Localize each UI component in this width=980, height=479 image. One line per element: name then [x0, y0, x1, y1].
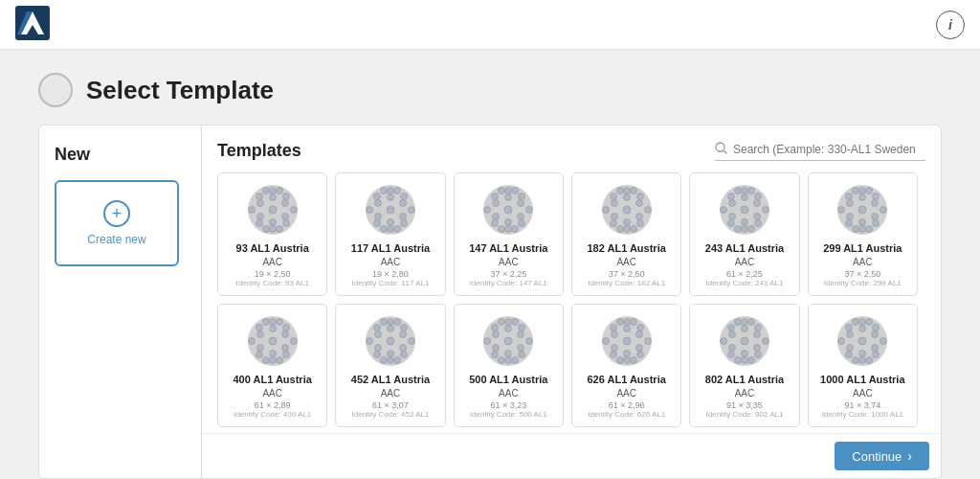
svg-point-29 — [374, 200, 381, 207]
template-type: AAC — [381, 257, 401, 267]
svg-point-176 — [519, 325, 525, 331]
svg-point-75 — [610, 194, 616, 200]
template-card[interactable]: 802 AL1 AustriaAAC91 × 3,35Identity Code… — [689, 304, 799, 427]
svg-point-114 — [859, 226, 866, 233]
template-name: 117 AL1 Austria — [351, 242, 430, 254]
cable-thumbnail — [475, 312, 542, 370]
svg-point-163 — [380, 357, 387, 364]
svg-point-11 — [256, 214, 263, 220]
svg-point-178 — [526, 338, 533, 345]
svg-point-231 — [847, 345, 854, 352]
template-code: Identity Code: 93 AL1 — [235, 279, 309, 287]
svg-point-156 — [400, 325, 407, 331]
svg-point-166 — [504, 337, 512, 345]
svg-point-142 — [276, 319, 282, 326]
template-type: AAC — [735, 257, 755, 267]
svg-point-217 — [720, 338, 726, 345]
svg-point-44 — [393, 226, 400, 233]
template-card[interactable]: 299 AL1 AustriaAAC37 × 2,50Identity Code… — [808, 172, 918, 296]
svg-point-237 — [838, 338, 845, 345]
svg-point-96 — [754, 194, 761, 200]
template-code: Identity Code: 299 AL1 — [824, 279, 902, 287]
svg-point-47 — [505, 194, 512, 201]
svg-line-4 — [724, 150, 727, 154]
template-type: AAC — [499, 388, 519, 399]
template-card[interactable]: 452 AL1 AustriaAAC61 × 3,07Identity Code… — [335, 304, 445, 427]
template-card[interactable]: 147 AL1 AustriaAAC37 × 2,25Identity Code… — [454, 172, 564, 296]
template-card[interactable]: 1000 AL1 AustriaAAC91 × 3,74Identity Cod… — [808, 304, 918, 427]
cable-thumbnail — [829, 181, 896, 239]
template-card[interactable]: 93 AL1 AustriaAAC19 × 2,50Identity Code:… — [217, 172, 327, 296]
svg-point-154 — [387, 357, 393, 364]
svg-point-32 — [399, 214, 406, 220]
template-code: Identity Code: 400 AL1 — [234, 410, 311, 419]
svg-point-16 — [282, 194, 289, 200]
svg-point-10 — [281, 200, 288, 207]
svg-point-18 — [290, 207, 297, 214]
svg-point-52 — [518, 214, 524, 220]
svg-point-28 — [387, 219, 393, 226]
template-name: 1000 AL1 Austria — [820, 374, 904, 385]
svg-point-200 — [636, 352, 643, 358]
svg-point-103 — [734, 226, 741, 233]
svg-point-203 — [616, 357, 623, 364]
template-card[interactable]: 117 AL1 AustriaAAC19 × 2,80Identity Code… — [335, 172, 445, 296]
template-name: 147 AL1 Austria — [469, 242, 547, 254]
continue-button[interactable]: Continue › — [835, 442, 929, 470]
svg-point-112 — [872, 214, 879, 220]
template-code: Identity Code: 182 AL1 — [588, 279, 665, 287]
template-card[interactable]: 243 AL1 AustriaAAC61 × 2,25Identity Code… — [689, 172, 799, 296]
svg-point-173 — [505, 319, 512, 326]
svg-point-120 — [873, 220, 880, 227]
template-card[interactable]: 400 AL1 AustriaAAC61 × 2,89Identity Code… — [217, 304, 327, 427]
template-type: AAC — [262, 388, 282, 399]
template-card[interactable]: 500 AL1 AustriaAAC61 × 3,23Identity Code… — [454, 304, 564, 427]
template-name: 400 AL1 Austria — [234, 374, 312, 385]
svg-point-27 — [387, 194, 393, 201]
svg-point-62 — [512, 188, 519, 194]
svg-point-37 — [366, 207, 372, 214]
svg-point-80 — [636, 220, 643, 227]
svg-point-236 — [873, 325, 880, 331]
svg-point-107 — [859, 194, 866, 201]
info-button[interactable]: i — [936, 11, 965, 39]
create-new-button[interactable]: + Create new — [55, 180, 179, 266]
svg-point-42 — [393, 188, 400, 194]
templates-grid-wrapper: 93 AL1 AustriaAAC19 × 2,50Identity Code:… — [217, 172, 925, 433]
svg-point-179 — [492, 352, 499, 358]
template-card[interactable]: 182 AL1 AustriaAAC37 × 2,50Identity Code… — [571, 172, 681, 296]
svg-point-24 — [276, 226, 282, 233]
svg-point-140 — [282, 352, 289, 358]
svg-point-127 — [269, 326, 276, 332]
svg-point-102 — [747, 188, 754, 194]
svg-point-171 — [493, 345, 500, 352]
svg-point-159 — [373, 352, 380, 358]
template-card[interactable]: 626 AL1 AustriaAAC61 × 2,96Identity Code… — [571, 304, 681, 427]
svg-point-207 — [741, 326, 747, 332]
template-type: AAC — [616, 257, 636, 267]
svg-point-243 — [853, 357, 859, 364]
svg-point-39 — [373, 220, 380, 227]
svg-point-95 — [727, 194, 734, 200]
svg-point-199 — [610, 352, 616, 358]
svg-point-54 — [505, 226, 512, 233]
svg-point-41 — [380, 188, 387, 194]
svg-point-19 — [256, 220, 262, 227]
svg-point-242 — [866, 319, 873, 326]
svg-point-216 — [754, 325, 761, 331]
search-input[interactable] — [733, 143, 915, 156]
svg-point-8 — [269, 219, 276, 226]
svg-point-79 — [610, 220, 616, 227]
svg-point-175 — [492, 325, 499, 331]
svg-point-3 — [716, 143, 724, 151]
svg-point-108 — [859, 219, 866, 226]
svg-point-34 — [387, 226, 393, 233]
svg-point-101 — [734, 188, 741, 194]
svg-point-119 — [846, 220, 853, 227]
svg-point-141 — [262, 319, 269, 326]
svg-point-70 — [635, 200, 642, 207]
template-dims: 61 × 2,96 — [609, 400, 645, 410]
template-type: AAC — [262, 257, 282, 267]
svg-point-206 — [741, 337, 748, 345]
template-dims: 61 × 2,25 — [726, 269, 763, 279]
